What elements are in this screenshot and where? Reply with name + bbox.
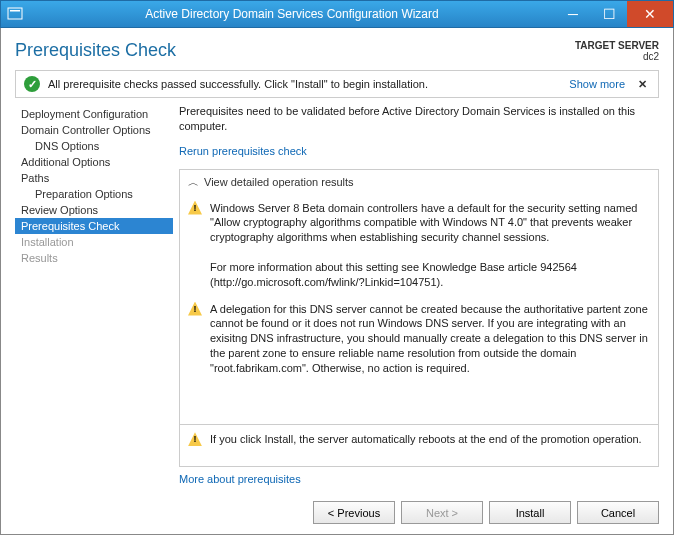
- sidebar-item-prerequisites-check[interactable]: Prerequisites Check: [15, 218, 173, 234]
- sidebar-item-review-options[interactable]: Review Options: [15, 202, 173, 218]
- warning-text: A delegation for this DNS server cannot …: [210, 302, 648, 376]
- warning-item: A delegation for this DNS server cannot …: [188, 302, 648, 376]
- results-header-label: View detailed operation results: [204, 176, 354, 188]
- window-title: Active Directory Domain Services Configu…: [29, 7, 555, 21]
- sidebar-item-results: Results: [15, 250, 173, 266]
- sidebar-item-dns-options[interactable]: DNS Options: [15, 138, 173, 154]
- success-check-icon: ✓: [24, 76, 40, 92]
- target-server-label: TARGET SERVER: [575, 40, 659, 51]
- warning-item: Windows Server 8 Beta domain controllers…: [188, 201, 648, 290]
- sidebar-item-deployment-configuration[interactable]: Deployment Configuration: [15, 106, 173, 122]
- target-server-value: dc2: [575, 51, 659, 62]
- warning-text: Windows Server 8 Beta domain controllers…: [210, 201, 648, 290]
- install-warning-text: If you click Install, the server automat…: [210, 432, 642, 447]
- show-more-link[interactable]: Show more: [569, 78, 625, 90]
- install-warning: If you click Install, the server automat…: [180, 425, 658, 454]
- status-bar: ✓ All prerequisite checks passed success…: [15, 70, 659, 98]
- svg-rect-1: [10, 10, 20, 12]
- target-server-info: TARGET SERVER dc2: [575, 40, 659, 62]
- wizard-sidebar: Deployment ConfigurationDomain Controlle…: [15, 104, 173, 497]
- sidebar-item-additional-options[interactable]: Additional Options: [15, 154, 173, 170]
- sidebar-item-installation: Installation: [15, 234, 173, 250]
- minimize-button[interactable]: ─: [555, 1, 591, 27]
- svg-rect-0: [8, 8, 22, 19]
- sidebar-item-paths[interactable]: Paths: [15, 170, 173, 186]
- status-message: All prerequisite checks passed successfu…: [48, 78, 559, 90]
- close-button[interactable]: ✕: [627, 1, 673, 27]
- maximize-button[interactable]: ☐: [591, 1, 627, 27]
- results-header[interactable]: ︿ View detailed operation results: [180, 170, 658, 195]
- install-button[interactable]: Install: [489, 501, 571, 524]
- warning-icon: [188, 302, 202, 316]
- intro-text: Prerequisites need to be validated befor…: [179, 104, 659, 134]
- collapse-caret-icon: ︿: [188, 175, 199, 190]
- sidebar-item-domain-controller-options[interactable]: Domain Controller Options: [15, 122, 173, 138]
- page-title: Prerequisites Check: [15, 40, 575, 61]
- cancel-button[interactable]: Cancel: [577, 501, 659, 524]
- button-row: < Previous Next > Install Cancel: [15, 497, 659, 524]
- window-titlebar: Active Directory Domain Services Configu…: [0, 0, 674, 28]
- sidebar-item-preparation-options[interactable]: Preparation Options: [15, 186, 173, 202]
- previous-button[interactable]: < Previous: [313, 501, 395, 524]
- results-box: ︿ View detailed operation results Window…: [179, 169, 659, 467]
- status-close-icon[interactable]: ✕: [635, 78, 650, 91]
- rerun-check-link[interactable]: Rerun prerequisites check: [179, 145, 307, 157]
- next-button: Next >: [401, 501, 483, 524]
- app-icon: [1, 0, 29, 28]
- results-body: Windows Server 8 Beta domain controllers…: [180, 195, 658, 425]
- warning-icon: [188, 432, 202, 446]
- more-about-link[interactable]: More about prerequisites: [179, 473, 301, 485]
- warning-icon: [188, 201, 202, 215]
